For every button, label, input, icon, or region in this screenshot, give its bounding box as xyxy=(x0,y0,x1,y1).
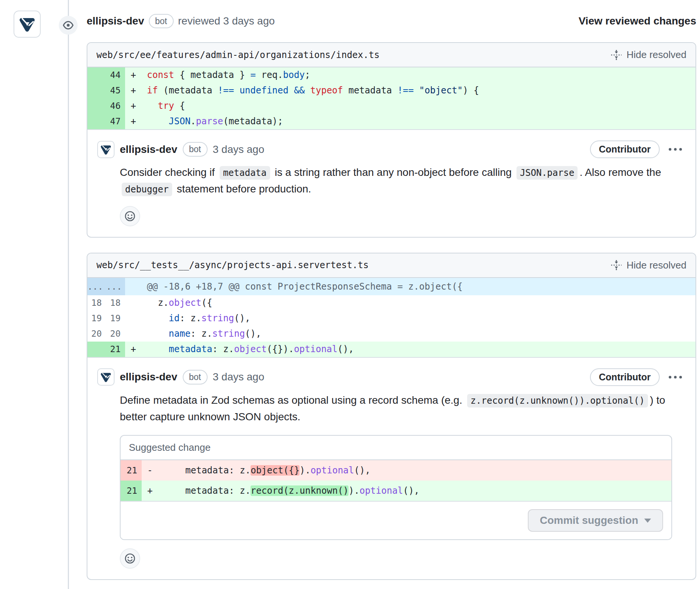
code-token: optional xyxy=(294,344,338,354)
comment-text: Consider checking if metadata is a strin… xyxy=(120,164,677,197)
diff-marker xyxy=(125,295,142,311)
bot-badge: bot xyxy=(183,370,208,385)
comment-text-part: Define metadata in Zod schemas as option… xyxy=(120,394,465,406)
code-token: "object" xyxy=(419,85,463,96)
code-token xyxy=(234,85,239,96)
comment-content: Define metadata in Zod schemas as option… xyxy=(120,392,686,569)
code-token: metadata: z. xyxy=(164,465,251,476)
code-token xyxy=(147,328,169,339)
code-token: ({ xyxy=(202,298,212,308)
comment-header: ellipsis-dev bot 3 days ago Contributor xyxy=(97,368,686,386)
add-reaction-button[interactable] xyxy=(120,548,140,569)
diff-code-block: ... ... @@ -18,6 +18,7 @@ const ProjectR… xyxy=(87,278,695,358)
hunk-text: @@ -18,6 +18,7 @@ const ProjectResponseS… xyxy=(142,278,695,295)
code-token: name xyxy=(169,328,191,339)
old-line-number xyxy=(87,98,106,114)
add-reaction-button[interactable] xyxy=(120,206,140,226)
code-token: { metadata } xyxy=(174,70,250,80)
review-comment-card: web/src/ee/features/admin-api/organizati… xyxy=(87,42,696,238)
code-token: ({}). xyxy=(267,344,294,354)
code-token: try xyxy=(158,101,174,111)
comment-header: ellipsis-dev bot 3 days ago Contributor xyxy=(97,140,686,158)
diff-line-added: 21 + metadata: z.object({}).optional(), xyxy=(87,342,695,357)
comment-avatar[interactable] xyxy=(97,141,115,158)
new-line-number: 18 xyxy=(106,295,125,311)
code-line: name: z.string(), xyxy=(142,326,695,342)
code-token: undefined xyxy=(240,85,289,96)
code-token: req. xyxy=(256,70,283,80)
comment-timestamp[interactable]: 3 days ago xyxy=(213,143,264,156)
file-path-link[interactable]: web/src/__tests__/async/projects-api.ser… xyxy=(96,260,368,270)
commit-suggestion-button[interactable]: Commit suggestion xyxy=(528,509,663,532)
code-token: object xyxy=(234,344,267,354)
code-line: if (metadata !== undefined && typeof met… xyxy=(142,83,695,98)
eye-icon xyxy=(59,16,78,35)
code-line: try { xyxy=(142,98,695,114)
hide-resolved-label: Hide resolved xyxy=(627,259,686,271)
code-token: (), xyxy=(234,313,250,323)
kebab-menu-button[interactable] xyxy=(665,148,686,151)
diff-code-block: 44 + const { metadata } = req.body; 45 +… xyxy=(87,67,695,130)
inline-code: JSON.parse xyxy=(517,166,578,180)
diff-marker xyxy=(125,311,142,326)
reviewer-name[interactable]: ellipsis-dev xyxy=(87,15,144,27)
suggestion-line-deleted: 21 - metadata: z.object({}).optional(), xyxy=(121,460,671,481)
file-header: web/src/__tests__/async/projects-api.ser… xyxy=(87,253,695,278)
code-line: metadata: z.record(z.unknown()).optional… xyxy=(158,481,671,501)
diff-line-added: 45 + if (metadata !== undefined && typeo… xyxy=(87,83,695,98)
diff-marker: + xyxy=(125,67,142,83)
code-token xyxy=(305,85,310,96)
diff-marker xyxy=(125,278,142,295)
suggestion-footer: Commit suggestion xyxy=(121,502,671,539)
smiley-icon xyxy=(124,210,136,222)
triangle-down-icon xyxy=(644,519,651,523)
code-token xyxy=(289,85,294,96)
code-token: ; xyxy=(305,70,310,80)
hide-resolved-button[interactable]: Hide resolved xyxy=(611,259,686,271)
ellipsis-dev-logo-icon xyxy=(100,371,112,383)
new-line-number: 45 xyxy=(106,83,125,98)
diff-marker: + xyxy=(125,342,142,357)
reviewer-avatar[interactable] xyxy=(14,11,41,38)
code-token: = xyxy=(251,70,256,80)
suggested-change-title: Suggested change xyxy=(121,436,671,460)
comment-timestamp[interactable]: 3 days ago xyxy=(213,371,264,383)
diff-line-added: 44 + const { metadata } = req.body; xyxy=(87,67,695,83)
comment-avatar[interactable] xyxy=(97,368,115,386)
code-token: (), xyxy=(245,328,261,339)
file-path-link[interactable]: web/src/ee/features/admin-api/organizati… xyxy=(96,50,379,60)
code-token xyxy=(147,101,158,111)
new-line-number: 44 xyxy=(106,67,125,83)
code-line: metadata: z.object({}).optional(), xyxy=(142,342,695,357)
code-token: !== xyxy=(218,85,234,96)
code-token xyxy=(147,344,169,354)
diff-line-context: 18 18 z.object({ xyxy=(87,295,695,311)
diff-hunk-header[interactable]: ... ... @@ -18,6 +18,7 @@ const ProjectR… xyxy=(87,278,695,295)
code-token: { xyxy=(174,101,185,111)
suggested-change-block: Suggested change 21 - metadata: z.object… xyxy=(120,435,672,540)
old-line-number: 20 xyxy=(87,326,106,342)
view-reviewed-changes-link[interactable]: View reviewed changes xyxy=(579,0,696,42)
file-header: web/src/ee/features/admin-api/organizati… xyxy=(87,43,695,67)
old-line-number xyxy=(87,67,106,83)
ellipsis-dev-logo-icon xyxy=(18,15,36,33)
smiley-icon xyxy=(124,552,136,565)
kebab-menu-button[interactable] xyxy=(665,376,686,378)
code-token: body xyxy=(283,70,305,80)
new-line-number: 47 xyxy=(106,114,125,129)
code-token xyxy=(147,116,169,127)
line-number: 21 xyxy=(121,460,142,481)
diff-marker: + xyxy=(125,98,142,114)
code-token: optional xyxy=(359,485,403,496)
inline-code: debugger xyxy=(122,183,172,196)
code-token: (), xyxy=(338,344,354,354)
comment-author[interactable]: ellipsis-dev xyxy=(120,371,177,383)
code-token: !== xyxy=(397,85,414,96)
code-token: object xyxy=(169,298,202,308)
hide-resolved-button[interactable]: Hide resolved xyxy=(611,49,686,61)
new-line-number: 21 xyxy=(106,342,125,357)
comment-author[interactable]: ellipsis-dev xyxy=(120,143,177,156)
bot-badge: bot xyxy=(183,142,208,157)
suggestion-line-added: 21 + metadata: z.record(z.unknown()).opt… xyxy=(121,481,671,501)
diff-marker: + xyxy=(125,114,142,129)
